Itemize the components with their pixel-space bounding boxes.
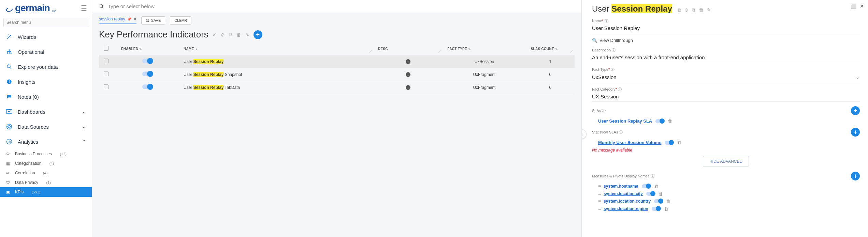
- edit-icon[interactable]: ✎: [707, 7, 711, 13]
- lock-icon: 🛡: [6, 180, 12, 185]
- trash-icon[interactable]: 🗑: [699, 7, 704, 13]
- help-icon[interactable]: ⓘ: [612, 48, 616, 52]
- row-checkbox[interactable]: [104, 59, 108, 63]
- column-resize-icon[interactable]: ⋰: [369, 50, 372, 53]
- forbid-icon[interactable]: ⊘: [684, 7, 689, 13]
- help-icon[interactable]: ⓘ: [618, 87, 622, 91]
- chevron-down-icon: ⌄: [82, 124, 86, 129]
- svg-point-4: [7, 65, 10, 68]
- nav-operational[interactable]: Operational: [0, 44, 92, 59]
- maximize-icon[interactable]: ⬜: [851, 3, 856, 9]
- subnav-correlation[interactable]: ∞Correlation (4): [0, 168, 92, 178]
- measure-link[interactable]: system.location.region: [604, 206, 648, 211]
- toggle[interactable]: [654, 199, 663, 203]
- drag-handle-icon[interactable]: ≡: [598, 199, 600, 204]
- toggle[interactable]: [655, 119, 664, 123]
- edit-icon[interactable]: ✎: [245, 32, 249, 37]
- brand-logo: germainUX: [5, 3, 55, 14]
- menu-toggle-icon[interactable]: ☰: [81, 4, 87, 12]
- close-panel-icon[interactable]: ✕: [860, 3, 864, 9]
- pin-icon[interactable]: 📌: [127, 17, 131, 21]
- nav-analytics[interactable]: Analytics ⌃: [0, 134, 92, 149]
- subnav-data-privacy[interactable]: 🛡Data Privacy (1): [0, 178, 92, 187]
- help-icon[interactable]: ⓘ: [611, 67, 614, 72]
- stat-sla-link[interactable]: Monthly User Session Volume: [598, 140, 661, 145]
- collapse-panel-button[interactable]: ‹: [581, 129, 587, 139]
- copy-icon[interactable]: ⧉: [678, 7, 681, 13]
- measure-link[interactable]: system.location.city: [604, 191, 643, 196]
- enabled-toggle[interactable]: [142, 59, 153, 63]
- drag-handle-icon[interactable]: ≡: [598, 184, 600, 189]
- svg-rect-7: [9, 80, 10, 81]
- trash-icon[interactable]: 🗑: [677, 140, 681, 145]
- drag-handle-icon[interactable]: ≡: [598, 191, 600, 196]
- add-button[interactable]: +: [254, 30, 262, 39]
- measure-item: ≡system.hostname🗑: [592, 183, 860, 190]
- sort-icon[interactable]: ⇅: [468, 47, 471, 51]
- add-measure-button[interactable]: +: [851, 172, 860, 180]
- drag-handle-icon[interactable]: ≡: [598, 206, 600, 211]
- help-icon[interactable]: ⓘ: [619, 130, 623, 134]
- duplicate-icon[interactable]: ⧉: [692, 7, 695, 13]
- table-row[interactable]: User Session Replay TabDataiUxFragment0: [99, 81, 575, 94]
- sort-asc-icon[interactable]: ▲: [195, 47, 198, 51]
- add-stat-sla-button[interactable]: +: [851, 128, 860, 137]
- row-checkbox[interactable]: [104, 72, 108, 76]
- table-row[interactable]: User Session Replay SnapshotiUxFragment0: [99, 68, 575, 81]
- svg-rect-12: [9, 114, 10, 114]
- subnav-categorization[interactable]: ▦Categorization (4): [0, 159, 92, 168]
- view-drillthrough-link[interactable]: 🔍View Drillthrough: [592, 38, 860, 43]
- measure-link[interactable]: system.hostname: [604, 184, 638, 189]
- nav-explore[interactable]: Explore your data: [0, 59, 92, 74]
- column-resize-icon[interactable]: ⋰: [438, 50, 441, 53]
- sidebar-search-input[interactable]: [3, 18, 88, 27]
- subnav-business-processes[interactable]: ⚙Business Processes (12): [0, 149, 92, 159]
- filter-chip[interactable]: session replay 📌 ✕: [99, 17, 136, 24]
- info-icon[interactable]: i: [406, 85, 410, 90]
- toggle[interactable]: [652, 207, 661, 211]
- global-search-row[interactable]: Type or select below: [92, 0, 581, 13]
- approve-icon[interactable]: ✔: [213, 32, 217, 37]
- help-icon[interactable]: ⓘ: [651, 174, 654, 178]
- row-checkbox[interactable]: [104, 84, 108, 89]
- trash-icon[interactable]: 🗑: [668, 118, 672, 124]
- trash-icon[interactable]: 🗑: [659, 191, 663, 196]
- sla-link[interactable]: User Session Replay SLA: [598, 118, 652, 124]
- info-icon[interactable]: i: [406, 59, 410, 64]
- table-row[interactable]: User Session ReplayiUxSession1: [99, 55, 575, 68]
- forbid-icon[interactable]: ⊘: [221, 32, 225, 37]
- toggle[interactable]: [665, 141, 674, 145]
- toggle[interactable]: [642, 184, 651, 188]
- sort-icon[interactable]: ⇅: [139, 47, 142, 51]
- nav-wizards[interactable]: Wizards: [0, 29, 92, 44]
- measure-link[interactable]: system.location.country: [604, 199, 651, 204]
- help-icon[interactable]: ⓘ: [602, 109, 606, 113]
- close-icon[interactable]: ✕: [133, 17, 136, 21]
- trash-icon[interactable]: 🗑: [236, 32, 241, 37]
- save-button[interactable]: 🖫SAVE: [141, 16, 165, 25]
- enabled-toggle[interactable]: [142, 72, 153, 76]
- trash-icon[interactable]: 🗑: [666, 199, 671, 204]
- add-sla-button[interactable]: +: [851, 106, 860, 115]
- info-icon[interactable]: i: [406, 72, 410, 77]
- hide-advanced-button[interactable]: HIDE ADVANCED: [703, 156, 749, 167]
- enabled-toggle[interactable]: [142, 84, 153, 89]
- chevron-down-icon[interactable]: ⌄: [855, 74, 860, 80]
- copy-icon[interactable]: ⧉: [229, 32, 232, 37]
- nav-dashboards[interactable]: Dashboards ⌄: [0, 104, 92, 119]
- subnav-kpis[interactable]: ▣KPIs (591): [0, 187, 92, 197]
- row-slas-count: 1: [526, 55, 575, 68]
- nav-insights[interactable]: Insights: [0, 74, 92, 89]
- column-resize-icon[interactable]: ⋰: [570, 50, 573, 53]
- sort-icon[interactable]: ⇅: [555, 47, 558, 51]
- field-fact-category: Fact Category* ⓘ UX Session: [592, 87, 860, 101]
- help-icon[interactable]: ⓘ: [605, 19, 608, 23]
- nav-notes[interactable]: Notes (0): [0, 89, 92, 104]
- clear-button[interactable]: CLEAR: [170, 16, 191, 25]
- select-all-checkbox[interactable]: [104, 46, 108, 51]
- trash-icon[interactable]: 🗑: [664, 206, 668, 211]
- trash-icon[interactable]: 🗑: [654, 184, 659, 189]
- sidebar-search[interactable]: [3, 18, 88, 27]
- toggle[interactable]: [646, 192, 655, 196]
- nav-datasources[interactable]: Data Sources ⌄: [0, 119, 92, 134]
